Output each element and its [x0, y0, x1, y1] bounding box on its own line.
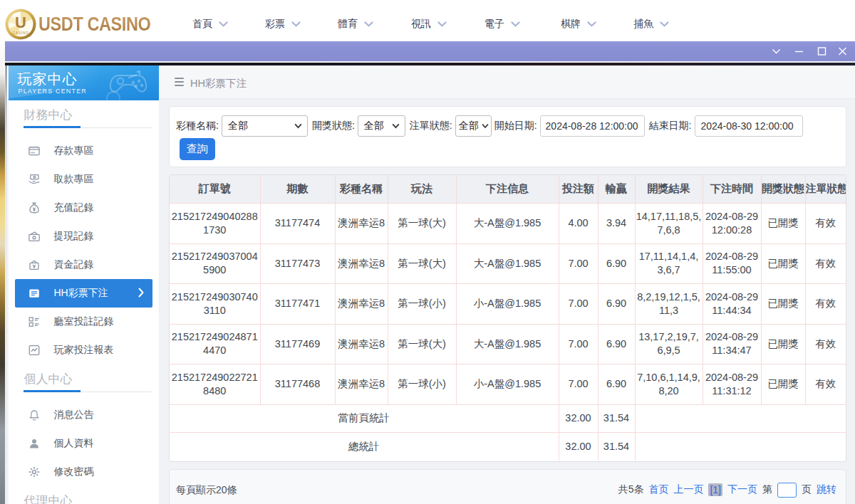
table-cell: 小-A盤@1.985 [456, 284, 559, 325]
sidebar: 玩家中心 PLAYERS CENTER 財務中心存款專區取款專區充值記錄提現記錄… [9, 65, 160, 504]
sidebar-item-label: 取款專區 [54, 173, 94, 186]
sidebar-item-label: 廳室投註記錄 [54, 315, 114, 328]
main-content: HH彩票下注 彩種名稱: 全部 開獎狀態: 全部 注單狀態: 全部 [160, 65, 855, 504]
nav-item-label: 體育 [338, 18, 358, 31]
start-date-input[interactable] [540, 115, 645, 137]
nav-item-label: 首頁 [192, 18, 212, 31]
nav-item[interactable]: 棋牌 [561, 6, 596, 42]
current-page-badge: [1] [708, 483, 722, 496]
table-summary-row: 當前頁統計32.0031.54 [170, 404, 846, 433]
table-summary-cell: 31.54 [598, 404, 635, 433]
table-cell: 已開獎 [761, 204, 805, 244]
page-background-strip [0, 41, 5, 504]
table-row: 215217249024871447031177469澳洲幸运8第一球(大)大-… [170, 324, 846, 364]
chevron-down-icon [219, 21, 228, 27]
table-cell: 6.90 [598, 243, 635, 284]
nav-item[interactable]: 電子 [484, 6, 520, 42]
select-chevron-icon [294, 123, 302, 129]
lottery-name-select[interactable]: 全部 [222, 115, 308, 137]
sidebar-item[interactable]: 提現記錄 [9, 222, 160, 251]
table-header-cell: 彩種名稱 [335, 175, 388, 204]
table-cell: 有效 [805, 364, 846, 405]
minimize-icon[interactable] [794, 46, 805, 57]
sidebar-item[interactable]: 資金記錄 [9, 251, 160, 279]
sidebar-item-label: 消息公告 [54, 409, 94, 421]
table-cell: 7.00 [559, 364, 598, 405]
wallet-out-icon [28, 230, 41, 243]
sidebar-item[interactable]: 取款專區 [9, 165, 160, 194]
table-cell: 31177469 [260, 324, 335, 364]
sidebar-item-label: 玩家投注報表 [54, 344, 114, 357]
sidebar-title: 玩家中心 [18, 70, 78, 89]
table-cell: 31177474 [260, 204, 335, 244]
nav-item[interactable]: 捕魚 [633, 6, 669, 42]
sidebar-item[interactable]: 充值記錄 [9, 194, 160, 222]
sidebar-item-label: 充值記錄 [54, 201, 94, 214]
select-value: 全部 [364, 120, 384, 132]
chevron-down-icon [364, 21, 373, 27]
table-summary-cell: 32.00 [559, 404, 598, 433]
chevron-down-icon [587, 21, 596, 27]
table-cell: 8,2,19,12,1,5, 11,3 [635, 284, 703, 325]
chevron-down-icon[interactable] [771, 46, 782, 57]
sidebar-item[interactable]: HH彩票下注 [15, 279, 152, 308]
table-cell: 14,17,11,18,5, 7,6,8 [635, 204, 703, 244]
sidebar-section-divider [24, 392, 152, 392]
sidebar-item[interactable]: 消息公告 [9, 401, 160, 429]
nav-item[interactable]: 體育 [338, 6, 373, 42]
jump-button[interactable]: 跳转 [817, 483, 836, 496]
table-header-cell: 期數 [260, 175, 335, 204]
table-cell: 澳洲幸运8 [335, 284, 388, 325]
table-summary-cell [635, 433, 846, 461]
close-icon[interactable] [837, 46, 849, 57]
table-cell: 7.00 [559, 243, 598, 284]
table-cell: 2152172490227218480 [170, 364, 260, 405]
site-logo[interactable]: U CASINO USDT CASINO [4, 8, 172, 41]
nav-item[interactable]: 視訊 [411, 6, 447, 42]
select-chevron-icon [392, 123, 400, 129]
prev-page-link[interactable]: 上一页 [673, 483, 703, 496]
sidebar-item-label: HH彩票下注 [54, 287, 108, 300]
table-cell: 3.94 [598, 204, 635, 244]
sidebar-item[interactable]: 玩家投注報表 [9, 336, 160, 364]
gamepad-icon [92, 67, 156, 100]
table-cell: 有效 [805, 284, 846, 325]
maximize-icon[interactable] [817, 46, 828, 57]
table-cell: 已開獎 [761, 364, 805, 405]
draw-status-select[interactable]: 全部 [358, 115, 405, 137]
chevron-down-icon [437, 21, 447, 27]
table-cell: 大-A盤@1.985 [456, 204, 559, 244]
jump-page-input[interactable] [777, 483, 797, 498]
next-page-link[interactable]: 下一页 [727, 483, 757, 496]
sidebar-item[interactable]: 存款專區 [9, 137, 160, 165]
search-button[interactable]: 查詢 [180, 138, 215, 160]
draw-status-label: 開獎狀態: [312, 120, 355, 132]
nav-item[interactable]: 彩票 [265, 6, 301, 42]
sidebar-item[interactable]: 個人資料 [9, 429, 160, 458]
nav-item[interactable]: 首頁 [192, 6, 228, 42]
withdraw-hand-icon [28, 173, 41, 186]
bets-table: 訂單號期數彩種名稱玩法下注信息投注額輸贏開獎結果下注時間開獎狀態注單狀態 215… [170, 175, 846, 461]
end-date-label: 結束日期: [649, 120, 692, 132]
table-cell: 有效 [805, 243, 846, 284]
select-value: 全部 [228, 120, 248, 132]
bets-table-panel: 訂單號期數彩種名稱玩法下注信息投注額輸贏開獎結果下注時間開獎狀態注單狀態 215… [169, 174, 846, 462]
table-body: 215217249040288173031177474澳洲幸运8第一球(大)大-… [170, 204, 846, 461]
sidebar-item[interactable]: 廳室投註記錄 [9, 308, 160, 336]
sidebar-section-items: 存款專區取款專區充值記錄提現記錄資金記錄HH彩票下注廳室投註記錄玩家投注報表 [9, 137, 160, 364]
hamburger-icon[interactable] [175, 78, 184, 86]
sidebar-subtitle: PLAYERS CENTER [19, 88, 87, 95]
nav-item-label: 視訊 [411, 18, 431, 31]
sidebar-item[interactable]: 修改密碼 [9, 458, 160, 486]
table-cell: 2152172490248714470 [170, 324, 260, 364]
sidebar-item-label: 資金記錄 [54, 258, 94, 271]
pagination-controls: 共5条 首页 上一页 [1] 下一页 第 页 跳转 [618, 482, 836, 498]
end-date-input[interactable] [695, 115, 803, 137]
first-page-link[interactable]: 首页 [648, 483, 668, 496]
table-summary-cell: 31.54 [598, 433, 635, 461]
jump-suffix-label: 页 [802, 483, 812, 496]
table-cell: 第一球(大) [388, 243, 456, 284]
table-row: 215217249037004590031177473澳洲幸运8第一球(大)大-… [170, 243, 846, 284]
order-status-select[interactable]: 全部 [455, 115, 492, 137]
table-header-cell: 開獎狀態 [761, 175, 805, 204]
